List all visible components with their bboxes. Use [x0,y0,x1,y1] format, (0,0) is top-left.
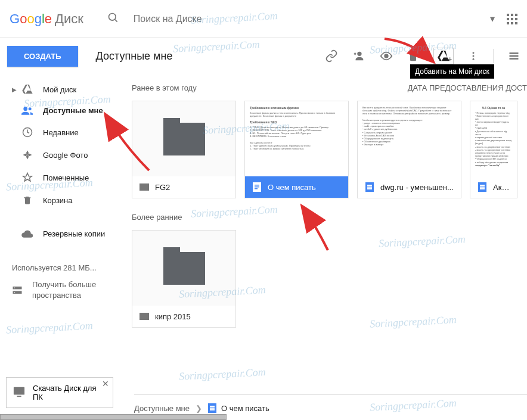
nav-label: Недавние [43,128,79,137]
nav-label: Google Фото [43,151,88,160]
nav-label: Мой диск [43,85,76,94]
cloud-icon [21,230,33,238]
more-icon[interactable] [468,51,479,61]
svg-rect-7 [510,52,519,54]
svg-point-4 [473,52,475,54]
logo[interactable]: Google Диск [10,11,83,27]
folder-thumbnail [163,123,205,155]
doc-icon [208,403,216,413]
file-name: Акт перер [493,183,510,192]
scrollbar[interactable] [0,414,227,420]
search-input[interactable] [134,14,490,24]
storage-label: Получить больше пространства [32,279,116,301]
svg-point-6 [473,58,475,60]
dropdown-icon[interactable]: ▾ [490,13,495,24]
sidebar-item-trash[interactable]: Корзина [0,189,128,211]
storage-icon [12,285,23,295]
folder-thumbnail [163,252,205,285]
apps-icon[interactable] [507,14,517,24]
chevron-right-icon: ▶ [12,86,17,93]
sidebar-item-recent[interactable]: Недавние [0,121,128,144]
desktop-icon [13,386,26,400]
svg-line-1 [114,19,117,21]
section-title: Более ранние [128,213,527,222]
logo-suffix: Диск [55,11,83,27]
photos-icon [21,150,33,160]
add-to-drive-icon[interactable]: + [433,48,454,64]
doc-thumbnail: Вес всего документа тема основной лист. … [358,101,461,176]
view-list-icon[interactable] [508,50,520,62]
people-icon [21,107,33,115]
file-name: кипр 2015 [155,312,191,321]
svg-point-5 [473,55,475,57]
svg-point-0 [108,13,116,20]
svg-point-16 [14,292,16,293]
storage-text: Используется 281 МБ... [12,263,116,272]
create-button[interactable]: СОЗДАТЬ [7,46,78,67]
svg-point-10 [23,107,27,111]
sidebar-item-starred[interactable]: Помеченные [0,166,128,189]
folder-icon [140,182,149,192]
svg-rect-19 [255,186,259,188]
header: Google Диск ▾ [0,0,527,38]
file-card[interactable]: FG2 [132,101,236,198]
close-icon[interactable]: ✕ [102,379,109,388]
drive-icon [21,85,33,94]
svg-rect-21 [14,387,24,394]
link-icon[interactable] [325,49,338,63]
doc-icon [252,182,262,192]
add-person-icon[interactable] [352,49,365,63]
file-card[interactable]: Вес всего документа тема основной лист. … [357,101,461,198]
file-name: dwg.ru - уменьшен... [380,183,454,192]
svg-point-15 [14,288,16,289]
search-icon[interactable] [107,12,119,26]
nav-label: Резервные копии [43,229,105,238]
svg-point-3 [385,54,388,58]
star-icon [21,172,33,183]
doc-thumbnail: Требования к ключевым фразамКлючевые фра… [245,101,348,176]
svg-point-11 [29,107,32,110]
file-card[interactable]: 5.4 Оцінка та за• Немає очевидних перева… [470,101,517,198]
download-promo[interactable]: ✕ Скачать Диск для ПК [6,377,113,408]
delete-icon[interactable] [407,50,419,62]
sidebar-item-my-drive[interactable]: ▶ Мой диск [0,79,128,100]
folder-icon [140,312,149,321]
sidebar: ▶ Мой диск Доступные мне Недавние Google… [0,74,128,420]
clock-icon [21,127,33,138]
file-card-selected[interactable]: Требования к ключевым фразамКлючевые фра… [244,101,349,198]
breadcrumb-current[interactable]: О чем писать [208,403,269,413]
nav-label: Корзина [43,196,73,205]
breadcrumb: Доступные мне ❯ О чем писать [134,394,527,413]
svg-rect-9 [510,58,519,60]
main: ДАТА ПРЕДОСТАВЛЕНИЯ ДОСТ Ранее в этом го… [128,74,527,420]
svg-rect-22 [17,396,21,397]
doc-icon [365,182,374,192]
nav-label: Помеченные [43,173,89,182]
date-column-header: ДАТА ПРЕДОСТАВЛЕНИЯ ДОСТ [408,83,527,92]
svg-point-2 [357,52,361,56]
breadcrumb-root[interactable]: Доступные мне [134,404,190,413]
sidebar-item-get-space[interactable]: Получить больше пространства [12,279,116,301]
page-title: Доступные мне [96,50,325,63]
nav-label: Доступные мне [43,106,103,115]
svg-rect-18 [255,185,259,186]
file-name: О чем писать [268,183,316,192]
doc-icon [478,182,487,192]
sidebar-item-backups[interactable]: Резервные копии [0,223,128,244]
trash-icon [21,195,33,206]
doc-thumbnail: 5.4 Оцінка та за• Немає очевидних перева… [470,101,517,176]
promo-text: Скачать Диск для ПК [33,384,107,402]
preview-icon[interactable] [380,49,393,63]
svg-rect-8 [510,55,519,57]
svg-rect-20 [255,188,258,189]
file-name: FG2 [155,183,170,192]
file-card[interactable]: кипр 2015 [132,230,236,328]
sidebar-item-shared[interactable]: Доступные мне [0,100,128,121]
sidebar-item-photos[interactable]: Google Фото [0,144,128,166]
chevron-right-icon: ❯ [196,404,202,413]
